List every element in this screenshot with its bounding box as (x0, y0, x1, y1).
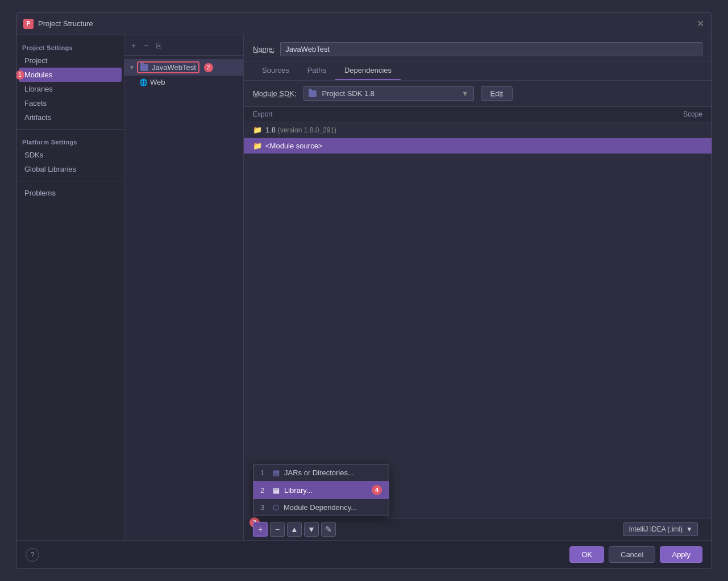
tree-node-javawebtest[interactable]: ▼ JavaWebTest 2 (124, 59, 243, 76)
dialog-footer: ? OK Cancel Apply (16, 540, 712, 568)
dropdown-item-library[interactable]: 2 ▦ Library... 4 (253, 481, 389, 499)
close-button[interactable]: ✕ (696, 19, 705, 28)
sdk-dropdown-arrow: ▼ (461, 89, 469, 98)
tree-remove-button[interactable]: − (142, 40, 151, 51)
name-row: Name: (244, 35, 712, 61)
sidebar-label-sdks: SDKs (24, 151, 43, 159)
sidebar-divider (16, 129, 124, 130)
tree-node-web[interactable]: 🌐 Web (124, 76, 243, 89)
deps-row-module-source[interactable]: 📁 <Module source> (244, 138, 712, 154)
deps-version-detail: (version 1.8.0_291) (278, 126, 336, 134)
tab-paths[interactable]: Paths (298, 61, 335, 80)
deps-down-button[interactable]: ▼ (304, 522, 319, 537)
sidebar-label-facets: Facets (24, 99, 47, 107)
dropdown-item-module[interactable]: 3 ⬡ Module Dependency... (253, 499, 389, 516)
dropdown-label-jars: JARs or Directories... (284, 468, 354, 477)
sidebar-label-libraries: Libraries (24, 85, 53, 93)
dialog-body: Project Settings Project 1 Modules Libra… (16, 35, 712, 540)
app-icon: P (23, 19, 34, 29)
sidebar-item-artifacts[interactable]: Artifacts (16, 110, 124, 125)
project-structure-dialog: P Project Structure ✕ Project Settings P… (16, 12, 712, 569)
name-input[interactable] (280, 42, 702, 56)
sidebar-label-project: Project (24, 56, 47, 65)
sdk-row: Module SDK: Project SDK 1.8 ▼ Edit (244, 81, 712, 107)
tree-child-label: Web (150, 78, 165, 86)
sdk-value: Project SDK 1.8 (322, 89, 375, 98)
deps-edit-button[interactable]: ✎ (321, 522, 336, 537)
tree-node-box: JavaWebTest (137, 61, 199, 73)
sidebar-label-problems: Problems (24, 189, 56, 197)
tree-toolbar: + − ⎘ (124, 35, 243, 56)
sidebar-item-facets[interactable]: Facets (16, 96, 124, 110)
tree-node-label: JavaWebTest (152, 63, 196, 72)
sdk-label: Module SDK: (253, 89, 297, 98)
tree-panel: + − ⎘ ▼ JavaWebTest 2 🌐 Web (124, 35, 244, 540)
deps-add-button[interactable]: + (253, 522, 268, 537)
dropdown-num-1: 1 (260, 468, 268, 477)
deps-toolbar: 1 ▦ JARs or Directories... 2 ▦ Library..… (244, 518, 712, 540)
tab-sources[interactable]: Sources (253, 61, 298, 80)
dropdown-popup: 1 ▦ JARs or Directories... 2 ▦ Library..… (253, 464, 389, 516)
dropdown-item-jars[interactable]: 1 ▦ JARs or Directories... (253, 464, 389, 481)
help-button[interactable]: ? (26, 548, 39, 562)
deps-version-main: 1.8 (265, 126, 276, 134)
sidebar: Project Settings Project 1 Modules Libra… (16, 35, 124, 540)
dropdown-num-3: 3 (260, 503, 268, 512)
library-icon: ▦ (273, 486, 280, 495)
sidebar-item-global-libraries[interactable]: Global Libraries (16, 162, 124, 176)
iml-select[interactable]: IntelliJ IDEA (.iml) ▼ (623, 522, 698, 536)
modules-badge: 1 (16, 70, 24, 80)
tree-copy-button[interactable]: ⎘ (154, 40, 163, 51)
iml-value: IntelliJ IDEA (.iml) (629, 525, 683, 533)
dialog-title: Project Structure (38, 19, 93, 28)
sidebar-item-problems[interactable]: Problems (16, 186, 124, 200)
tree-node-badge: 2 (204, 63, 213, 72)
deps-up-button[interactable]: ▲ (287, 522, 302, 537)
dropdown-label-module: Module Dependency... (284, 503, 357, 512)
dropdown-label-library: Library... (284, 486, 313, 495)
dropdown-step-badge: 4 (372, 485, 382, 495)
tree-add-button[interactable]: + (129, 40, 138, 51)
tabs-row: Sources Paths Dependencies (244, 61, 712, 81)
right-panel: Name: Sources Paths Dependencies Module … (244, 35, 712, 540)
deps-row-text-18: 1.8 (version 1.8.0_291) (265, 126, 702, 134)
sidebar-item-project[interactable]: Project (16, 53, 124, 68)
title-bar-left: P Project Structure (23, 19, 93, 29)
deps-folder-icon-18: 📁 (253, 126, 262, 134)
name-label: Name: (253, 45, 274, 53)
sidebar-divider-2 (16, 181, 124, 181)
title-bar: P Project Structure ✕ (16, 13, 712, 35)
deps-remove-button[interactable]: − (270, 522, 285, 537)
project-settings-header: Project Settings (16, 40, 124, 53)
deps-row-18[interactable]: 📁 1.8 (version 1.8.0_291) (244, 122, 712, 138)
ok-button[interactable]: OK (569, 546, 604, 563)
tree-expand-arrow: ▼ (129, 64, 135, 70)
sidebar-item-libraries[interactable]: Libraries (16, 82, 124, 96)
edit-sdk-button[interactable]: Edit (481, 86, 513, 101)
deps-scope-header: Scope (657, 110, 702, 118)
platform-settings-header: Platform Settings (16, 134, 124, 148)
iml-arrow: ▼ (686, 525, 693, 533)
deps-header: Export Scope (244, 107, 712, 122)
footer-buttons: OK Cancel Apply (569, 546, 702, 563)
sidebar-label-artifacts: Artifacts (24, 113, 51, 122)
deps-folder-icon-source: 📁 (253, 142, 262, 150)
web-icon: 🌐 (139, 78, 148, 86)
sdk-select[interactable]: Project SDK 1.8 ▼ (303, 86, 474, 101)
apply-button[interactable]: Apply (660, 546, 702, 563)
deps-table: Export Scope 📁 1.8 (version 1.8.0_291) 📁… (244, 107, 712, 518)
module-icon: ⬡ (273, 503, 279, 512)
deps-export-header: Export (253, 110, 657, 118)
jar-icon: ▦ (273, 468, 280, 477)
tree-content: ▼ JavaWebTest 2 🌐 Web (124, 56, 243, 540)
sidebar-label-modules: Modules (24, 70, 52, 79)
tab-dependencies[interactable]: Dependencies (335, 61, 401, 80)
cancel-button[interactable]: Cancel (609, 546, 655, 563)
dropdown-num-2: 2 (260, 486, 268, 495)
folder-icon (140, 64, 148, 71)
iml-row: IntelliJ IDEA (.iml) ▼ (623, 522, 702, 536)
sidebar-item-modules[interactable]: 1 Modules (19, 68, 122, 82)
sidebar-item-sdks[interactable]: SDKs (16, 148, 124, 162)
sdk-folder-icon (309, 90, 317, 97)
sidebar-label-global-libraries: Global Libraries (24, 165, 76, 173)
